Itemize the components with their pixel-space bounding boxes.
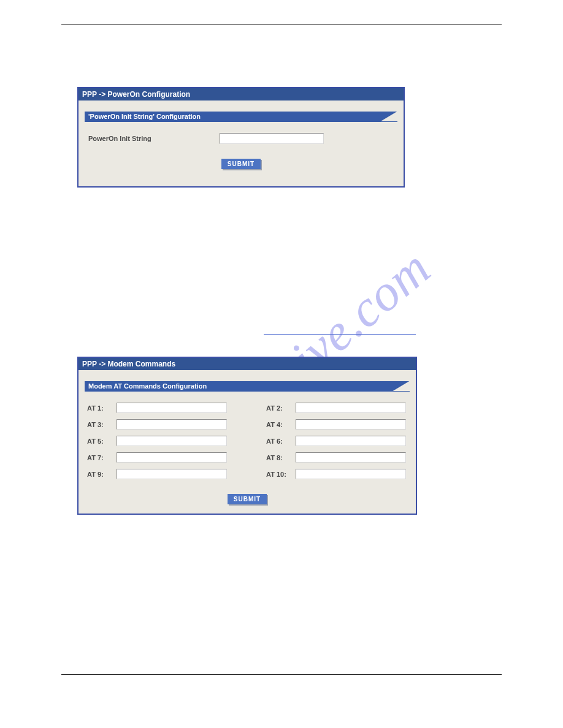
at2-label: AT 2: bbox=[266, 404, 296, 412]
page-top-rule bbox=[61, 25, 502, 25]
at9-input[interactable] bbox=[117, 469, 227, 479]
modem-section-rule bbox=[85, 391, 410, 392]
at8-input[interactable] bbox=[296, 452, 406, 463]
at5-input[interactable] bbox=[117, 436, 227, 446]
modem-submit-wrap: SUBMIT bbox=[85, 493, 410, 504]
poweron-panel-breadcrumb: PPP -> PowerOn Configuration bbox=[79, 88, 404, 100]
poweron-init-label: PowerOn Init String bbox=[85, 135, 220, 142]
modem-panel-body: Modem AT Commands Configuration AT 1: AT… bbox=[79, 370, 416, 513]
at6-input[interactable] bbox=[296, 436, 406, 446]
at4-input[interactable] bbox=[296, 419, 406, 430]
at6-label: AT 6: bbox=[266, 438, 296, 445]
poweron-section-title: 'PowerOn Init String' Configuration bbox=[85, 112, 397, 121]
at9-label: AT 9: bbox=[87, 471, 117, 478]
modem-commands-panel: PPP -> Modem Commands Modem AT Commands … bbox=[77, 357, 417, 515]
at1-label: AT 1: bbox=[87, 404, 117, 412]
document-page: manualshive.com PPP -> PowerOn Configura… bbox=[0, 0, 563, 728]
poweron-submit-wrap: SUBMIT bbox=[85, 157, 397, 169]
at3-label: AT 3: bbox=[87, 421, 117, 428]
poweron-init-input[interactable] bbox=[220, 133, 324, 144]
at10-input[interactable] bbox=[296, 469, 406, 479]
poweron-submit-button[interactable]: SUBMIT bbox=[221, 159, 261, 169]
modem-submit-button[interactable]: SUBMIT bbox=[228, 494, 267, 504]
at2-input[interactable] bbox=[296, 403, 406, 413]
poweron-section-rule bbox=[85, 121, 397, 122]
at3-input[interactable] bbox=[117, 419, 227, 430]
at1-input[interactable] bbox=[117, 403, 227, 413]
poweron-config-panel: PPP -> PowerOn Configuration 'PowerOn In… bbox=[77, 87, 405, 188]
modem-panel-breadcrumb: PPP -> Modem Commands bbox=[79, 358, 416, 370]
at7-label: AT 7: bbox=[87, 454, 117, 461]
modem-section-title: Modem AT Commands Configuration bbox=[85, 381, 410, 391]
page-bottom-rule bbox=[61, 674, 502, 675]
at4-label: AT 4: bbox=[266, 421, 296, 428]
poweron-panel-body: 'PowerOn Init String' Configuration Powe… bbox=[79, 100, 404, 178]
at7-input[interactable] bbox=[117, 452, 227, 463]
at-commands-grid: AT 1: AT 2: AT 3: AT 4: AT 5: AT 6: AT 7… bbox=[85, 403, 410, 479]
poweron-form-row: PowerOn Init String bbox=[85, 133, 397, 144]
at5-label: AT 5: bbox=[87, 438, 117, 445]
at8-label: AT 8: bbox=[266, 454, 296, 461]
at10-label: AT 10: bbox=[266, 471, 296, 478]
mid-underline bbox=[264, 334, 416, 335]
